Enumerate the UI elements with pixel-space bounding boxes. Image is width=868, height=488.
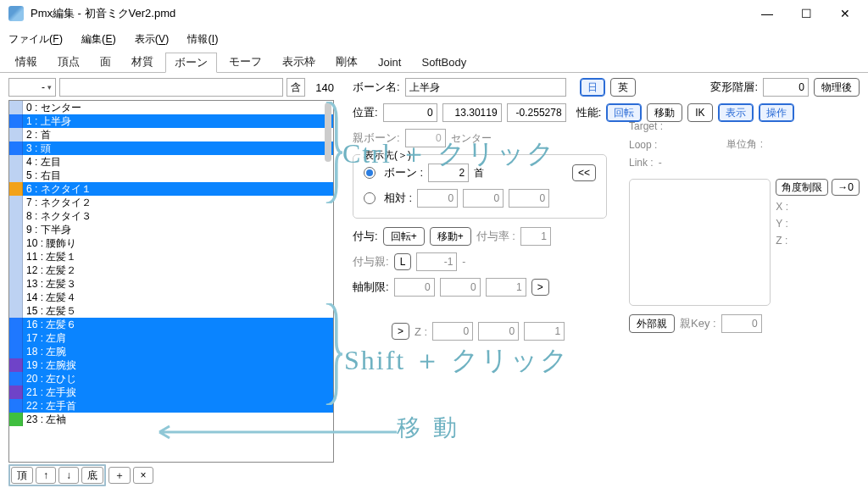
filter-input[interactable]: [59, 78, 283, 97]
menu-info[interactable]: 情報(I): [187, 32, 218, 47]
dest-rel-x[interactable]: [417, 189, 458, 208]
physics-after-button[interactable]: 物理後: [814, 78, 860, 97]
ik-unit-label: 単位角 :: [726, 137, 763, 152]
dest-bone-idx-input[interactable]: [428, 164, 469, 182]
dest-relative-radio[interactable]: [364, 192, 376, 204]
dest-rel-y[interactable]: [463, 189, 504, 208]
dest-bone-radio[interactable]: [364, 167, 376, 179]
bone-label: 21 : 左手捩: [23, 385, 333, 399]
rotate-flag[interactable]: 回転: [606, 103, 642, 122]
tab-SoftBody[interactable]: SoftBody: [413, 52, 475, 72]
bone-row[interactable]: 5 : 右目: [9, 169, 333, 182]
angle-limit-button[interactable]: 角度制限: [776, 179, 828, 196]
bone-row[interactable]: 15 : 左髪５: [9, 304, 333, 318]
bone-row[interactable]: 12 : 左髪２: [9, 263, 333, 277]
bone-row[interactable]: 20 : 左ひじ: [9, 372, 333, 385]
bone-row[interactable]: 6 : ネクタイ１: [9, 182, 333, 196]
bone-row[interactable]: 19 : 左腕捩: [9, 358, 333, 372]
bone-color-swatch: [9, 385, 23, 399]
bone-row[interactable]: 14 : 左髪４: [9, 291, 333, 304]
lang-jp-button[interactable]: 日: [580, 78, 605, 97]
contains-toggle[interactable]: 含: [287, 78, 305, 97]
tab-面[interactable]: 面: [92, 52, 120, 72]
annotation-move: 移 動: [397, 412, 460, 444]
parent-idx-input[interactable]: [405, 129, 446, 147]
pos-x-input[interactable]: [383, 103, 437, 122]
tab-材質[interactable]: 材質: [123, 52, 162, 72]
bone-row[interactable]: 10 : 腰飾り: [9, 236, 333, 250]
minimize-button[interactable]: —: [748, 1, 787, 26]
bone-row[interactable]: 1 : 上半身: [9, 114, 333, 128]
pos-z-input[interactable]: [507, 103, 566, 122]
lang-en-button[interactable]: 英: [610, 78, 636, 97]
grant-rotate-button[interactable]: 回転+: [383, 227, 425, 246]
add-button[interactable]: ＋: [108, 467, 131, 484]
content: - 含 140 0 : センター1 : 上半身2 : 首3 : 頭4 : 左目5…: [0, 73, 868, 488]
tab-頂点[interactable]: 頂点: [49, 52, 88, 72]
bone-row[interactable]: 0 : センター: [9, 101, 333, 114]
operate-flag[interactable]: 操作: [759, 103, 794, 122]
remove-button[interactable]: ×: [133, 467, 153, 484]
grant-parent-idx[interactable]: [416, 252, 457, 271]
display-flag[interactable]: 表示: [718, 103, 754, 122]
local-z-z[interactable]: [524, 322, 565, 341]
axis-next-button[interactable]: >: [531, 279, 549, 296]
bone-row[interactable]: 9 : 下半身: [9, 223, 333, 236]
move-down-button[interactable]: ↓: [58, 467, 79, 484]
bone-list[interactable]: 0 : センター1 : 上半身2 : 首3 : 頭4 : 左目5 : 右目6 :…: [8, 100, 334, 463]
ik-link-list[interactable]: [629, 179, 771, 306]
bone-row[interactable]: 23 : 左袖: [9, 413, 333, 426]
angle-to0-button[interactable]: →0: [832, 179, 860, 196]
axis-x[interactable]: [394, 278, 435, 297]
deform-input[interactable]: [763, 78, 809, 97]
menu-view[interactable]: 表示(V): [135, 32, 170, 47]
ext-parent-button[interactable]: 外部親: [629, 314, 675, 333]
tab-ボーン[interactable]: ボーン: [165, 53, 217, 73]
grant-rate-input[interactable]: [520, 227, 551, 246]
bone-row[interactable]: 11 : 左髪１: [9, 250, 333, 263]
grant-parent-L-button[interactable]: L: [394, 253, 412, 270]
local-z-y[interactable]: [478, 322, 519, 341]
bone-row[interactable]: 3 : 頭: [9, 141, 333, 155]
tab-剛体[interactable]: 剛体: [327, 52, 366, 72]
bone-row[interactable]: 16 : 左髪６: [9, 318, 333, 331]
tab-Joint[interactable]: Joint: [370, 52, 409, 72]
bone-row[interactable]: 4 : 左目: [9, 155, 333, 169]
dest-rel-z[interactable]: [509, 189, 549, 208]
index-combo[interactable]: -: [8, 78, 56, 97]
pos-y-input[interactable]: [442, 103, 502, 122]
move-top-button[interactable]: 頂: [11, 467, 33, 484]
bone-row[interactable]: 8 : ネクタイ３: [9, 209, 333, 223]
menu-file[interactable]: ファイル(F): [8, 32, 63, 47]
menu-edit[interactable]: 編集(E): [81, 32, 116, 47]
revert-button[interactable]: <<: [572, 164, 596, 181]
grant-rate-label: 付与率 :: [476, 229, 515, 244]
tab-モーフ[interactable]: モーフ: [220, 52, 270, 72]
bone-row[interactable]: 7 : ネクタイ２: [9, 196, 333, 209]
bone-row[interactable]: 21 : 左手捩: [9, 385, 333, 399]
axis-y[interactable]: [440, 278, 481, 297]
dest-relative-label: 相対 :: [384, 191, 412, 206]
parent-key-input[interactable]: [721, 314, 762, 333]
axis-z[interactable]: [486, 278, 526, 297]
close-button[interactable]: ✕: [826, 1, 865, 26]
reorder-group: 頂 ↑ ↓ 底: [8, 464, 106, 486]
bone-color-swatch: [9, 291, 23, 304]
move-bottom-button[interactable]: 底: [81, 467, 103, 484]
move-flag[interactable]: 移動: [647, 103, 682, 122]
bone-row[interactable]: 18 : 左腕: [9, 345, 333, 358]
parent-name: センター: [451, 131, 492, 146]
bone-name-input[interactable]: [405, 78, 566, 97]
bone-row[interactable]: 17 : 左肩: [9, 331, 333, 345]
local-next[interactable]: >: [392, 323, 409, 340]
bone-row[interactable]: 2 : 首: [9, 128, 333, 141]
move-up-button[interactable]: ↑: [36, 467, 56, 484]
maximize-button[interactable]: ☐: [787, 1, 826, 26]
bone-row[interactable]: 13 : 左髪３: [9, 277, 333, 291]
bone-row[interactable]: 22 : 左手首: [9, 399, 333, 413]
tab-情報[interactable]: 情報: [7, 52, 46, 72]
local-z-x[interactable]: [432, 322, 473, 341]
grant-move-button[interactable]: 移動+: [430, 227, 471, 246]
ik-flag[interactable]: IK: [687, 103, 712, 122]
tab-表示枠[interactable]: 表示枠: [274, 52, 324, 72]
